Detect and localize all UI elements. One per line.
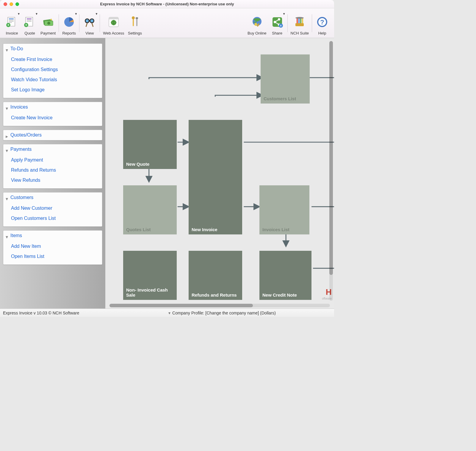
window-controls <box>4 2 19 6</box>
sidebar-link[interactable]: Add New Item <box>3 241 102 251</box>
sidebar-link[interactable]: Add New Customer <box>3 203 102 213</box>
svg-rect-9 <box>27 20 32 21</box>
svg-rect-32 <box>136 17 138 19</box>
dropdown-arrow-icon: ▼ <box>283 12 286 15</box>
sidebar-link[interactable]: Refunds and Returns <box>3 165 102 175</box>
node-refunds-returns[interactable]: Refunds and Returns <box>189 251 242 300</box>
svg-point-19 <box>86 19 89 22</box>
share-button[interactable]: +▼Share <box>268 10 286 37</box>
section-header[interactable]: ▾Invoices <box>3 102 102 112</box>
settings-button[interactable]: Settings <box>126 10 144 37</box>
section-header[interactable]: ▾Customers <box>3 192 102 203</box>
sidebar-link[interactable]: Create First Invoice <box>3 54 102 65</box>
svg-rect-1 <box>9 18 14 19</box>
vertical-scrollbar[interactable] <box>329 41 333 301</box>
dropdown-arrow-icon: ▼ <box>17 12 20 15</box>
svg-rect-44 <box>295 23 304 26</box>
chevron-down-icon: ▾ <box>6 234 9 237</box>
svg-line-22 <box>86 23 87 27</box>
node-quotes-list[interactable]: Quotes List <box>123 185 177 234</box>
node-new-quote[interactable]: New Quote <box>123 120 177 169</box>
invoice-icon: + <box>5 15 19 29</box>
chevron-down-icon: ▾ <box>6 196 9 199</box>
toolbar-label: NCH Suite <box>291 31 309 35</box>
toolbar-separator <box>287 14 288 32</box>
nchsuite-button[interactable]: NCH Suite <box>289 10 311 37</box>
view-button[interactable]: ▼View <box>81 10 98 37</box>
node-new-invoice[interactable]: New Invoice <box>189 120 242 234</box>
quote-button[interactable]: +▼Quote <box>21 10 39 37</box>
reports-icon <box>62 15 76 29</box>
chevron-down-icon: ▾ <box>168 311 170 315</box>
sidebar-section-to-do: ▾To-DoCreate First InvoiceConfiguration … <box>3 43 102 98</box>
sidebar-section-payments: ▾PaymentsApply PaymentRefunds and Return… <box>3 144 102 189</box>
svg-point-34 <box>254 23 257 26</box>
svg-rect-45 <box>297 18 298 23</box>
section-header[interactable]: ▾Payments <box>3 144 102 154</box>
section-header[interactable]: ▾To-Do <box>3 44 102 54</box>
svg-text:+: + <box>7 23 9 27</box>
toolbar-separator <box>100 14 100 32</box>
invoice-button[interactable]: +▼Invoice <box>3 10 21 37</box>
sidebar-link[interactable]: View Refunds <box>3 175 102 185</box>
svg-rect-31 <box>136 18 137 26</box>
node-customers-list[interactable]: Customers List <box>261 54 310 104</box>
payment-icon <box>41 15 55 29</box>
node-cash-sale[interactable]: Non- Invoiced Cash Sale <box>123 251 177 300</box>
sidebar-link[interactable]: Set Logo Image <box>3 85 102 95</box>
payment-button[interactable]: Payment <box>39 10 57 37</box>
toolbar-label: Payment <box>40 31 56 35</box>
window-title: Express Invoice by NCH Software - (Unlic… <box>0 2 334 6</box>
svg-rect-48 <box>302 18 303 23</box>
svg-text:?: ? <box>320 18 324 26</box>
quote-icon: + <box>23 15 37 29</box>
section-header[interactable]: ▸Quotes/Orders <box>3 130 102 140</box>
toolbar: +▼Invoice+▼QuotePayment▼Reports▼ViewWeb … <box>0 8 334 38</box>
svg-rect-10 <box>27 21 32 22</box>
view-icon <box>82 15 97 29</box>
toolbar-label: Web Access <box>103 31 124 35</box>
section-title: Invoices <box>10 104 28 110</box>
svg-rect-3 <box>9 21 14 22</box>
toolbar-label: Settings <box>128 31 142 35</box>
sidebar-link[interactable]: Apply Payment <box>3 155 102 165</box>
sidebar-link[interactable]: Open Customers List <box>3 213 102 223</box>
toolbar-separator <box>79 14 79 32</box>
node-new-credit-note[interactable]: New Credit Note <box>259 251 311 300</box>
sidebar-link[interactable]: Open Items List <box>3 251 102 261</box>
workflow-area[interactable]: Customers List New Quote Quotes List New… <box>105 38 334 302</box>
dropdown-arrow-icon: ▼ <box>35 12 38 15</box>
node-invoices-list[interactable]: Invoices List <box>259 185 309 234</box>
svg-point-30 <box>132 16 135 19</box>
svg-point-20 <box>90 19 93 22</box>
toolbar-label: View <box>85 31 94 35</box>
status-company-profile[interactable]: ▾ Company Profile: [Change the company n… <box>113 311 331 315</box>
toolbar-label: Buy Online <box>248 31 267 35</box>
chevron-down-icon: ▾ <box>6 106 9 109</box>
toolbar-label: Share <box>272 31 282 35</box>
toolbar-label: Reports <box>62 31 76 35</box>
toolbar-label: Invoice <box>6 31 18 35</box>
toolbar-label: Quote <box>24 31 35 35</box>
svg-rect-2 <box>9 20 14 21</box>
svg-rect-21 <box>89 20 90 21</box>
sidebar-link[interactable]: Configuration Settings <box>3 65 102 75</box>
webaccess-button[interactable]: Web Access <box>101 10 126 37</box>
reports-button[interactable]: ▼Reports <box>60 10 78 37</box>
minimize-button[interactable] <box>10 2 13 6</box>
close-button[interactable] <box>4 2 7 6</box>
horizontal-scrollbar[interactable] <box>109 304 330 307</box>
help-button[interactable]: ?Help <box>313 10 331 37</box>
sidebar-link[interactable]: Create New Invoice <box>3 113 102 123</box>
toolbar-separator <box>312 14 312 32</box>
svg-line-23 <box>92 23 93 27</box>
webaccess-icon <box>107 15 121 29</box>
section-title: Payments <box>10 147 32 152</box>
sidebar-link[interactable]: Watch Video Tutorials <box>3 75 102 85</box>
svg-rect-8 <box>27 18 32 19</box>
section-title: Items <box>10 233 22 238</box>
buyonline-button[interactable]: Buy Online <box>246 10 268 37</box>
section-header[interactable]: ▾Items <box>3 231 102 241</box>
nchsuite-icon <box>292 15 307 29</box>
maximize-button[interactable] <box>15 2 19 6</box>
